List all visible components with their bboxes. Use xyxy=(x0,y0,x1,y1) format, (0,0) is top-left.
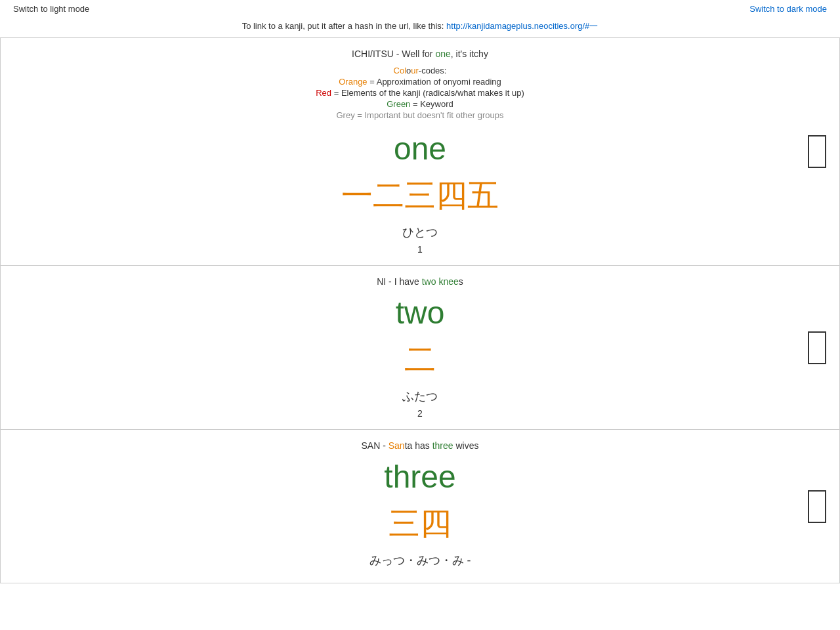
legend-green: Green = Keyword xyxy=(14,99,826,109)
legend-grey: Grey = Important but doesn't fit other g… xyxy=(14,110,826,120)
kunyomi-san: みっつ・みつ・み - xyxy=(14,553,826,568)
url-hint-text: To link to a kanji, put it after a hash … xyxy=(242,21,444,31)
url-hint: To link to a kanji, put it after a hash … xyxy=(0,18,840,37)
kanji-card-ni: NI - I have two knees two 二 ふたつ 2 xyxy=(0,266,840,430)
card-expand-button-ni[interactable] xyxy=(808,331,826,364)
url-hint-link[interactable]: http://kanjidamageplus.neocities.org/#一 xyxy=(446,21,598,31)
top-bar: Switch to light mode Switch to dark mode xyxy=(0,0,840,18)
light-mode-label: Switch to light mode xyxy=(13,4,89,14)
colour-codes-title: Colour-codes: xyxy=(14,66,826,75)
mnemonic-green: one xyxy=(435,49,450,59)
kunyomi-ni: ふたつ xyxy=(14,388,826,404)
keyword-san: three xyxy=(14,459,826,495)
color-legend: Colour-codes: Orange = Approximation of … xyxy=(14,66,826,120)
dark-mode-link[interactable]: Switch to dark mode xyxy=(749,4,827,14)
legend-red: Red = Elements of the kanji (radicals/wh… xyxy=(14,88,826,98)
kanji-card-ichi: ICHI/ITSU - Well for one, it's itchy Col… xyxy=(0,37,840,266)
kanji-large-san: 三四 xyxy=(14,503,826,545)
kanji-large-ni: 二 xyxy=(14,339,826,381)
legend-orange: Orange = Approximation of onyomi reading xyxy=(14,77,826,87)
stroke-count-ichi: 1 xyxy=(14,244,826,255)
mnemonic-ichi: ICHI/ITSU - Well for one, it's itchy xyxy=(14,49,826,59)
mnemonic-san: SAN - Santa has three wives xyxy=(14,440,826,451)
mnemonic-prefix: ICHI/ITSU - Well for xyxy=(352,49,435,59)
card-expand-button-ichi[interactable] xyxy=(808,135,826,168)
kunyomi-ichi: ひとつ xyxy=(14,224,826,240)
card-expand-button-san[interactable] xyxy=(808,490,826,523)
keyword-ni: two xyxy=(14,295,826,331)
stroke-count-ni: 2 xyxy=(14,408,826,419)
keyword-ichi: one xyxy=(14,131,826,167)
mnemonic-ni: NI - I have two knees xyxy=(14,276,826,287)
mnemonic-suffix: , it's itchy xyxy=(451,49,488,59)
kanji-card-san: SAN - Santa has three wives three 三四 みっつ… xyxy=(0,430,840,583)
kanji-large-ichi: 一二三四五 xyxy=(14,175,826,217)
